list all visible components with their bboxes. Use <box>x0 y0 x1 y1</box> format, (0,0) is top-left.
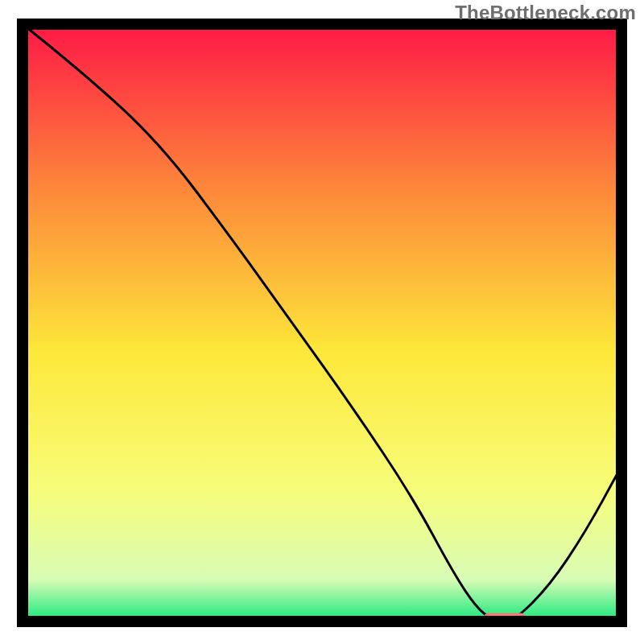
bottleneck-chart <box>0 0 644 644</box>
plot-gradient-background <box>23 24 621 621</box>
watermark-label: TheBottleneck.com <box>455 2 636 24</box>
chart-frame: TheBottleneck.com <box>0 0 644 644</box>
